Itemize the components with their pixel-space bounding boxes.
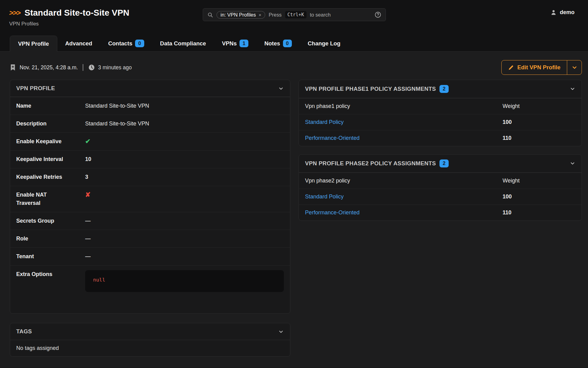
phase2-panel-header: VPN PROFILE PHASE2 POLICY ASSIGNMENTS 2 bbox=[299, 155, 582, 173]
bookmark-icon[interactable] bbox=[10, 64, 16, 71]
field-label: Extra Options bbox=[16, 270, 85, 278]
table-row: Performance-Oriented 110 bbox=[299, 205, 582, 220]
tags-panel: TAGS No tags assigned bbox=[10, 323, 290, 357]
tab-label: Advanced bbox=[65, 40, 92, 47]
field-label: Keepalive Interval bbox=[16, 155, 85, 163]
weight-value: 110 bbox=[503, 135, 511, 141]
vpn-profile-panel-header: VPN PROFILE bbox=[10, 80, 290, 97]
app-logo-icon[interactable]: >>> bbox=[9, 9, 21, 17]
field-label: Role bbox=[16, 235, 85, 243]
count-badge: 2 bbox=[439, 159, 448, 167]
table-header-row: Vpn phase2 policy Weight bbox=[299, 173, 582, 189]
weight-value: 100 bbox=[503, 119, 512, 125]
table-header-row: Vpn phase1 policy Weight bbox=[299, 98, 582, 114]
chevron-down-icon[interactable] bbox=[278, 329, 284, 335]
chevron-down-icon bbox=[571, 64, 578, 71]
table-row: Performance-Oriented 110 bbox=[299, 130, 582, 146]
field-label: Enable Keepalive bbox=[16, 137, 85, 146]
tab-label: VPN Profile bbox=[18, 40, 49, 47]
search-scope-chip[interactable]: in: VPN Profiles × bbox=[217, 11, 265, 19]
pencil-icon bbox=[508, 65, 514, 71]
field-row-secrets-group: Secrets Group — bbox=[10, 212, 290, 230]
field-value: — bbox=[85, 235, 91, 243]
phase1-panel-header: VPN PROFILE PHASE1 POLICY ASSIGNMENTS 2 bbox=[299, 80, 582, 98]
search-shortcut-key: Ctrl+K bbox=[285, 11, 307, 18]
last-updated-text: 3 minutes ago bbox=[98, 64, 132, 71]
tags-panel-header: TAGS bbox=[10, 323, 290, 340]
field-value: 10 bbox=[85, 155, 91, 163]
panel-title: VPN PROFILE bbox=[16, 85, 55, 92]
policy-link[interactable]: Performance-Oriented bbox=[305, 135, 360, 141]
user-name: demo bbox=[560, 9, 575, 16]
field-value: — bbox=[85, 217, 91, 225]
field-value: Standard Site-to-Site VPN bbox=[85, 120, 149, 128]
chevron-down-icon[interactable] bbox=[570, 86, 575, 92]
column-header-weight: Weight bbox=[503, 103, 520, 109]
check-icon: ✔ bbox=[85, 137, 91, 145]
edit-button-group: Edit VPN Profile bbox=[501, 60, 582, 75]
field-row-role: Role — bbox=[10, 230, 290, 247]
edit-dropdown-caret[interactable] bbox=[567, 60, 582, 75]
tab-contacts[interactable]: Contacts 0 bbox=[100, 36, 152, 51]
chevron-down-icon[interactable] bbox=[278, 86, 284, 91]
cross-icon: ✘ bbox=[85, 191, 91, 198]
edit-vpn-profile-button[interactable]: Edit VPN Profile bbox=[502, 60, 567, 75]
phase1-assignments-panel: VPN PROFILE PHASE1 POLICY ASSIGNMENTS 2 … bbox=[299, 80, 582, 146]
field-row-keepalive-retries: Keepalive Retries 3 bbox=[10, 168, 290, 186]
tab-data-compliance[interactable]: Data Compliance bbox=[152, 36, 214, 51]
field-row-name: Name Standard Site-to-Site VPN bbox=[10, 97, 290, 115]
field-row-enable-nat-traversal: Enable NAT Traversal ✘ bbox=[10, 186, 290, 212]
field-row-tenant: Tenant — bbox=[10, 247, 290, 265]
policy-link[interactable]: Standard Policy bbox=[305, 119, 344, 125]
field-label: Enable NAT Traversal bbox=[16, 191, 85, 207]
created-timestamp: Nov. 21, 2025, 4:28 a.m. bbox=[20, 64, 78, 71]
field-label: Secrets Group bbox=[16, 217, 85, 225]
tab-count-badge: 1 bbox=[239, 40, 248, 48]
field-label: Keepalive Retries bbox=[16, 173, 85, 181]
clock-icon bbox=[88, 64, 95, 71]
tab-bar: VPN Profile Advanced Contacts 0 Data Com… bbox=[0, 36, 588, 52]
field-label: Description bbox=[16, 120, 85, 128]
search-input[interactable]: in: VPN Profiles × Press Ctrl+K to searc… bbox=[203, 8, 386, 21]
chip-close-icon[interactable]: × bbox=[259, 13, 262, 17]
tab-label: VPNs bbox=[222, 40, 237, 47]
user-menu[interactable]: demo bbox=[550, 9, 575, 16]
weight-value: 110 bbox=[503, 209, 511, 216]
breadcrumb[interactable]: VPN Profiles bbox=[9, 21, 129, 27]
extra-options-code-block: null bbox=[85, 270, 284, 292]
tab-label: Change Log bbox=[308, 40, 341, 47]
vpn-profile-panel: VPN PROFILE Name Standard Site-to-Site V… bbox=[10, 80, 290, 314]
table-row: Standard Policy 100 bbox=[299, 114, 582, 130]
top-header: >>> Standard Site-to-Site VPN VPN Profil… bbox=[0, 0, 588, 36]
weight-value: 100 bbox=[503, 194, 512, 200]
tab-change-log[interactable]: Change Log bbox=[300, 36, 349, 51]
search-hint-press: Press bbox=[269, 12, 281, 18]
tab-count-badge: 0 bbox=[283, 40, 292, 48]
phase2-assignments-panel: VPN PROFILE PHASE2 POLICY ASSIGNMENTS 2 … bbox=[299, 154, 582, 221]
meta-row: Nov. 21, 2025, 4:28 a.m. 3 minutes ago E… bbox=[10, 52, 582, 76]
field-row-keepalive-interval: Keepalive Interval 10 bbox=[10, 150, 290, 168]
field-row-extra-options: Extra Options null bbox=[10, 265, 290, 313]
tab-advanced[interactable]: Advanced bbox=[57, 36, 100, 51]
tab-label: Notes bbox=[264, 40, 280, 47]
meta-divider bbox=[83, 64, 83, 71]
count-badge: 2 bbox=[439, 85, 448, 93]
chevron-down-icon[interactable] bbox=[570, 160, 575, 166]
field-label: Tenant bbox=[16, 252, 85, 261]
tags-empty-text: No tags assigned bbox=[10, 340, 290, 356]
field-value: Standard Site-to-Site VPN bbox=[85, 102, 149, 110]
tab-vpn-profile[interactable]: VPN Profile bbox=[10, 36, 57, 52]
policy-link[interactable]: Performance-Oriented bbox=[305, 209, 360, 216]
tab-vpns[interactable]: VPNs 1 bbox=[214, 36, 257, 51]
tab-notes[interactable]: Notes 0 bbox=[256, 36, 300, 51]
panel-title: VPN PROFILE PHASE1 POLICY ASSIGNMENTS bbox=[305, 86, 436, 92]
table-row: Standard Policy 100 bbox=[299, 189, 582, 205]
field-value: 3 bbox=[85, 173, 88, 181]
policy-link[interactable]: Standard Policy bbox=[305, 194, 344, 200]
field-row-description: Description Standard Site-to-Site VPN bbox=[10, 115, 290, 132]
search-icon bbox=[207, 12, 213, 18]
column-header-policy: Vpn phase2 policy bbox=[305, 178, 503, 184]
tab-label: Contacts bbox=[108, 40, 132, 47]
help-icon[interactable] bbox=[375, 11, 381, 18]
user-icon bbox=[550, 9, 557, 16]
